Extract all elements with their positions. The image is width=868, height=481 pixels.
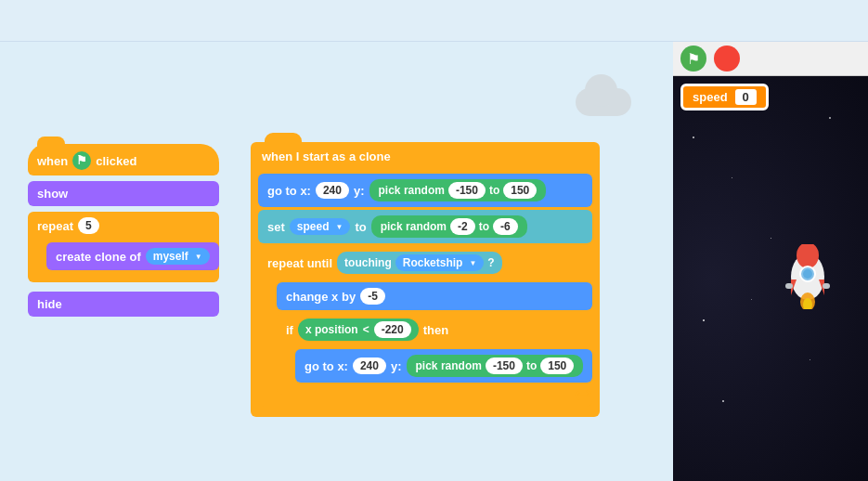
speed-display: speed 0	[680, 84, 769, 110]
if-label: if	[286, 323, 293, 337]
hide-label: hide	[37, 297, 62, 311]
create-clone-block[interactable]: create clone of myself	[46, 242, 219, 270]
rocket-svg	[771, 244, 845, 309]
repeat-num[interactable]: 5	[78, 217, 99, 234]
scroll-arrow[interactable]: ↩	[574, 384, 590, 408]
if-top[interactable]: if x position < -220 then	[277, 313, 592, 346]
pick-random-1-from[interactable]: -150	[448, 182, 486, 199]
repeat-block: repeat 5 create clone of myself	[28, 212, 219, 282]
star-2	[732, 177, 732, 178]
lt-val[interactable]: -220	[374, 321, 411, 338]
goto-block[interactable]: go to x: 240 y: pick random -150 to 150	[258, 174, 592, 207]
change-x-val[interactable]: -5	[360, 288, 385, 305]
svg-point-3	[803, 269, 812, 279]
star-5	[722, 400, 724, 402]
goto-x[interactable]: 240	[316, 182, 349, 199]
pick-random-2-to[interactable]: -6	[493, 218, 518, 235]
clone-target[interactable]: myself	[146, 248, 210, 265]
stop-button[interactable]	[714, 46, 740, 72]
clone-label: create clone of	[56, 250, 141, 264]
rocket-sprite	[771, 244, 845, 313]
repeat-until-label: repeat until	[267, 256, 332, 270]
goto-y-label: y:	[354, 184, 365, 198]
repeat-until-middle: change x by -5 if x position <	[258, 280, 592, 397]
touching-block[interactable]: touching Rocketship ?	[337, 252, 502, 274]
if-block: if x position < -220 then	[277, 313, 592, 395]
set-label: set	[267, 220, 285, 234]
to-label-3: to	[526, 359, 537, 372]
set-to-label: to	[355, 220, 366, 234]
pick-random-2-label: pick random	[381, 220, 447, 233]
svg-rect-8	[785, 283, 793, 289]
pick-random-1[interactable]: pick random -150 to 150	[369, 179, 547, 202]
change-x-label: change x by	[286, 290, 356, 304]
main-area: when ⚑ clicked show repeat 5 create clon…	[0, 42, 868, 481]
then-label: then	[423, 323, 448, 337]
goto2-x[interactable]: 240	[353, 358, 386, 374]
flag-icon: ⚑	[72, 151, 91, 170]
speed-value: 0	[735, 89, 757, 105]
pick-random-1-label: pick random	[379, 184, 445, 197]
xpos-label: x position	[305, 323, 358, 336]
set-var[interactable]: speed	[290, 218, 351, 235]
change-x-block[interactable]: change x by -5	[277, 282, 592, 310]
goto2-label: go to x:	[304, 359, 348, 373]
repeat-label: repeat	[37, 219, 73, 233]
svg-rect-9	[823, 283, 830, 289]
to-label-2: to	[479, 220, 489, 233]
if-middle: go to x: 240 y: pick random -150 to 150	[277, 346, 592, 385]
touching-target[interactable]: Rocketship	[395, 254, 485, 271]
if-bottom	[277, 385, 592, 395]
repeat-until-wrapper: repeat until touching Rocketship ? chang…	[258, 246, 592, 407]
top-bar	[0, 0, 868, 42]
code-area: when ⚑ clicked show repeat 5 create clon…	[0, 42, 673, 481]
repeat-middle: create clone of myself	[28, 240, 219, 273]
when-clicked-block[interactable]: when ⚑ clicked	[28, 144, 219, 176]
to-label-1: to	[489, 184, 499, 197]
pick-random-2[interactable]: pick random -2 to -6	[371, 215, 527, 238]
hide-block[interactable]: hide	[28, 292, 219, 317]
lt-sign: <	[363, 323, 369, 336]
left-blocks: when ⚑ clicked show repeat 5 create clon…	[28, 144, 219, 317]
clone-hat-label: when I start as a clone	[262, 150, 391, 163]
repeat-until-block: repeat until touching Rocketship ? chang…	[258, 246, 592, 407]
speed-label: speed	[693, 90, 728, 104]
pick-random-3-from[interactable]: -150	[486, 358, 523, 374]
clicked-label: clicked	[96, 154, 136, 168]
star-8	[751, 299, 752, 300]
star-7	[829, 117, 831, 119]
star-3	[703, 319, 705, 321]
touching-label: touching	[344, 256, 392, 269]
goto2-y-label: y:	[391, 359, 402, 373]
cloud-decoration	[576, 88, 631, 116]
repeat-bottom	[28, 273, 219, 282]
repeat-top[interactable]: repeat 5	[28, 212, 219, 240]
question-mark: ?	[487, 256, 494, 269]
clone-hat-block[interactable]: when I start as a clone	[251, 142, 600, 171]
green-flag-button[interactable]	[680, 46, 706, 72]
set-row: set speed to pick random -2 to -6	[258, 210, 592, 243]
goto2-block[interactable]: go to x: 240 y: pick random -150 to 150	[295, 349, 592, 383]
repeat-until-bottom	[258, 397, 592, 407]
show-block[interactable]: show	[28, 181, 219, 206]
pick-random-3-label: pick random	[416, 359, 482, 372]
stage-canvas: speed 0	[673, 76, 868, 481]
stage-controls	[673, 42, 868, 76]
when-label: when	[37, 154, 68, 168]
lt-condition[interactable]: x position < -220	[298, 318, 419, 341]
goto-label: go to x:	[267, 184, 311, 198]
stage-panel: speed 0	[673, 42, 868, 481]
pick-random-3[interactable]: pick random -150 to 150	[407, 355, 584, 377]
repeat-until-top[interactable]: repeat until touching Rocketship ?	[258, 246, 592, 280]
goto-row: go to x: 240 y: pick random -150 to 150	[258, 174, 592, 207]
right-blocks: when I start as a clone go to x: 240 y: …	[251, 142, 600, 417]
pick-random-2-from[interactable]: -2	[450, 218, 475, 235]
pick-random-3-to[interactable]: 150	[540, 358, 574, 374]
set-block[interactable]: set speed to pick random -2 to -6	[258, 210, 592, 243]
pick-random-1-to[interactable]: 150	[503, 182, 537, 199]
show-label: show	[37, 187, 68, 201]
main-script: when I start as a clone go to x: 240 y: …	[251, 142, 600, 417]
